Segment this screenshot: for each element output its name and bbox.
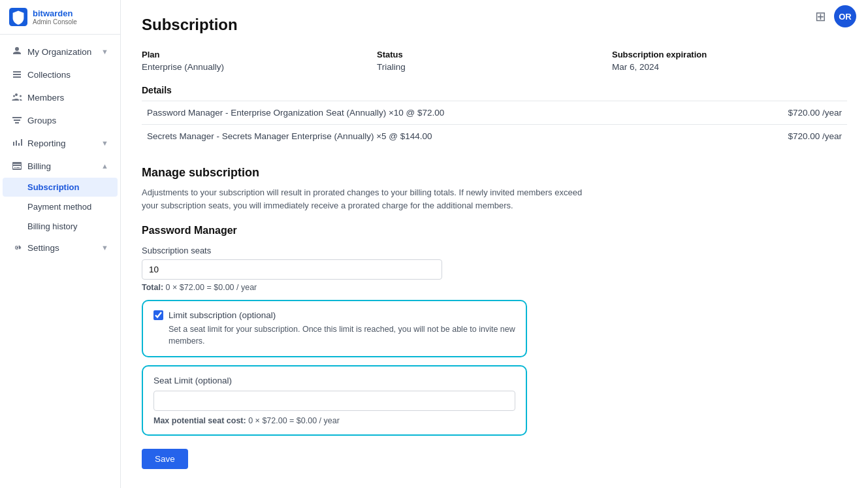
limit-subscription-row: Limit subscription (optional) [153,310,515,320]
expiration-col: Subscription expiration Mar 6, 2024 [612,50,847,72]
reporting-chevron: ▼ [101,139,108,147]
groups-label: Groups [27,116,56,125]
detail-desc-1: Secrets Manager - Secrets Manager Enterp… [142,125,725,148]
logo-name: bitwarden [33,8,77,18]
organization-icon [12,46,22,57]
billing-history-label: Billing history [27,221,78,231]
plan-info-grid: Plan Enterprise (Annually) Status Triali… [142,50,847,72]
max-potential-calc: 0 × $72.00 = $0.00 / year [248,416,340,425]
grid-icon[interactable]: ⊞ [815,8,826,24]
max-potential-cost-text: Max potential seat cost: 0 × $72.00 = $0… [153,416,515,425]
manage-subscription-desc: Adjustments to your subscription will re… [142,186,599,212]
status-col-label: Status [377,50,612,59]
billing-icon [12,161,22,171]
save-button[interactable]: Save [142,449,188,469]
reporting-label: Reporting [27,138,66,148]
expiration-col-label: Subscription expiration [612,50,847,59]
avatar[interactable]: OR [834,5,856,27]
sidebar: bitwarden Admin Console My Organization … [0,0,121,488]
sidebar-item-groups[interactable]: Groups [3,109,118,131]
sidebar-item-collections[interactable]: Collections [3,63,118,86]
limit-subscription-checkbox[interactable] [153,310,163,320]
sidebar-item-subscription[interactable]: Subscription [3,178,118,197]
members-icon [12,92,22,103]
detail-price-1: $720.00 /year [725,125,847,148]
plan-value: Enterprise (Annually) [142,62,377,72]
sidebar-item-my-organization[interactable]: My Organization ▼ [3,41,118,63]
sidebar-item-payment-method[interactable]: Payment method [3,197,118,216]
table-row: Password Manager - Enterprise Organizati… [142,101,847,125]
expiration-value: Mar 6, 2024 [612,62,847,72]
logo-area: bitwarden Admin Console [0,0,120,35]
details-heading: Details [142,85,847,95]
status-value: Trialing [377,62,612,72]
status-col: Status Trialing [377,50,612,72]
settings-chevron: ▼ [101,244,108,252]
collections-label: Collections [27,70,71,80]
password-manager-title: Password Manager [142,225,847,236]
my-org-chevron: ▼ [101,48,108,56]
seat-limit-card: Seat Limit (optional) Max potential seat… [142,365,527,436]
limit-subscription-label: Limit subscription (optional) [169,310,276,320]
sidebar-item-reporting[interactable]: Reporting ▼ [3,132,118,154]
bitwarden-logo-icon [9,8,27,26]
total-text: Total: 0 × $72.00 = $0.00 / year [142,283,847,292]
collections-icon [12,69,22,80]
main-content: ⊞ OR Subscription Plan Enterprise (Annua… [121,0,868,488]
limit-subscription-card: Limit subscription (optional) Set a seat… [142,300,527,357]
manage-subscription-title: Manage subscription [142,166,847,180]
subscription-label: Subscription [27,182,79,192]
logo-text: bitwarden Admin Console [33,8,77,25]
reporting-icon [12,138,22,148]
table-row: Secrets Manager - Secrets Manager Enterp… [142,125,847,148]
sidebar-item-billing[interactable]: Billing ▲ [3,155,118,177]
settings-label: Settings [27,243,59,253]
sidebar-item-billing-history[interactable]: Billing history [3,217,118,236]
plan-col-label: Plan [142,50,377,59]
total-calc: 0 × $72.00 = $0.00 / year [166,283,257,292]
subscription-seats-label: Subscription seats [142,246,847,255]
subscription-seats-input[interactable] [142,259,442,280]
members-label: Members [27,93,64,103]
seat-limit-input[interactable] [153,391,515,411]
settings-icon [12,242,22,253]
topbar: ⊞ OR [803,0,868,33]
logo-subtitle: Admin Console [33,18,77,25]
max-potential-label: Max potential seat cost: [153,416,246,425]
detail-desc-0: Password Manager - Enterprise Organizati… [142,101,725,125]
payment-method-label: Payment method [27,202,91,212]
billing-chevron: ▲ [101,162,108,170]
page-title: Subscription [142,16,847,34]
sidebar-item-members[interactable]: Members [3,86,118,108]
sidebar-navigation: My Organization ▼ Collections Members Gr… [0,35,120,265]
sidebar-item-settings[interactable]: Settings ▼ [3,236,118,259]
my-org-label: My Organization [27,47,91,57]
limit-subscription-desc: Set a seat limit for your subscription. … [169,324,515,347]
groups-icon [12,115,22,125]
details-table: Password Manager - Enterprise Organizati… [142,101,847,148]
total-label: Total: [142,283,163,292]
billing-label: Billing [27,161,51,171]
detail-price-0: $720.00 /year [725,101,847,125]
seat-limit-label: Seat Limit (optional) [153,376,515,385]
plan-col: Plan Enterprise (Annually) [142,50,377,72]
